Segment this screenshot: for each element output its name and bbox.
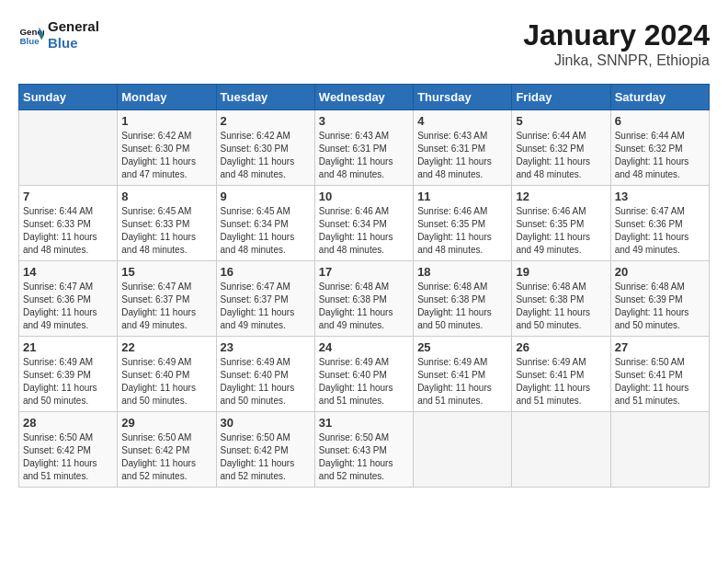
- header-cell-saturday: Saturday: [610, 85, 709, 110]
- day-number: 26: [516, 340, 606, 354]
- day-info: Sunrise: 6:44 AM Sunset: 6:32 PM Dayligh…: [615, 130, 705, 181]
- calendar-cell: 23Sunrise: 6:49 AM Sunset: 6:40 PM Dayli…: [216, 337, 314, 412]
- day-number: 12: [516, 190, 606, 203]
- day-number: 16: [221, 265, 311, 279]
- calendar-cell: 21Sunrise: 6:49 AM Sunset: 6:39 PM Dayli…: [19, 337, 118, 412]
- calendar-subtitle: Jinka, SNNPR, Ethiopia: [523, 52, 710, 69]
- day-number: 4: [417, 114, 507, 128]
- day-info: Sunrise: 6:49 AM Sunset: 6:41 PM Dayligh…: [417, 356, 507, 408]
- day-info: Sunrise: 6:50 AM Sunset: 6:42 PM Dayligh…: [221, 431, 311, 483]
- logo-text: General Blue: [48, 18, 99, 52]
- day-number: 22: [121, 340, 211, 354]
- day-info: Sunrise: 6:47 AM Sunset: 6:37 PM Dayligh…: [121, 281, 211, 332]
- header-cell-wednesday: Wednesday: [314, 85, 413, 110]
- calendar-cell: 7Sunrise: 6:44 AM Sunset: 6:33 PM Daylig…: [19, 186, 118, 261]
- day-info: Sunrise: 6:46 AM Sunset: 6:35 PM Dayligh…: [417, 205, 507, 257]
- calendar-cell: 26Sunrise: 6:49 AM Sunset: 6:41 PM Dayli…: [512, 337, 610, 412]
- day-number: 15: [121, 265, 211, 279]
- calendar-cell: 3Sunrise: 6:43 AM Sunset: 6:31 PM Daylig…: [314, 110, 413, 186]
- day-info: Sunrise: 6:50 AM Sunset: 6:41 PM Dayligh…: [615, 356, 705, 408]
- page-header: General Blue General Blue January 2024 J…: [18, 18, 710, 69]
- day-info: Sunrise: 6:49 AM Sunset: 6:40 PM Dayligh…: [121, 356, 211, 408]
- svg-text:Blue: Blue: [19, 36, 40, 46]
- header-cell-monday: Monday: [118, 85, 216, 110]
- calendar-cell: 16Sunrise: 6:47 AM Sunset: 6:37 PM Dayli…: [216, 261, 314, 337]
- calendar-cell: 24Sunrise: 6:49 AM Sunset: 6:40 PM Dayli…: [314, 337, 413, 412]
- calendar-cell: 18Sunrise: 6:48 AM Sunset: 6:38 PM Dayli…: [414, 261, 512, 337]
- logo: General Blue General Blue: [18, 18, 99, 52]
- day-number: 27: [615, 340, 705, 354]
- day-number: 5: [516, 114, 606, 128]
- calendar-week-1: 1Sunrise: 6:42 AM Sunset: 6:30 PM Daylig…: [19, 110, 710, 186]
- calendar-cell: 29Sunrise: 6:50 AM Sunset: 6:42 PM Dayli…: [118, 412, 216, 488]
- day-number: 1: [121, 114, 211, 128]
- day-number: 14: [23, 265, 113, 279]
- calendar-table: SundayMondayTuesdayWednesdayThursdayFrid…: [18, 84, 710, 488]
- calendar-cell: 15Sunrise: 6:47 AM Sunset: 6:37 PM Dayli…: [118, 261, 216, 337]
- day-info: Sunrise: 6:48 AM Sunset: 6:38 PM Dayligh…: [319, 281, 409, 332]
- day-info: Sunrise: 6:48 AM Sunset: 6:38 PM Dayligh…: [516, 281, 606, 332]
- day-number: 11: [417, 190, 507, 203]
- day-number: 30: [221, 416, 311, 430]
- calendar-week-4: 21Sunrise: 6:49 AM Sunset: 6:39 PM Dayli…: [19, 337, 710, 412]
- calendar-cell: 4Sunrise: 6:43 AM Sunset: 6:31 PM Daylig…: [414, 110, 512, 186]
- calendar-cell: 30Sunrise: 6:50 AM Sunset: 6:42 PM Dayli…: [216, 412, 314, 488]
- calendar-cell: 9Sunrise: 6:45 AM Sunset: 6:34 PM Daylig…: [216, 186, 314, 261]
- calendar-title: January 2024: [523, 18, 710, 52]
- day-info: Sunrise: 6:49 AM Sunset: 6:39 PM Dayligh…: [23, 356, 113, 408]
- day-number: 29: [121, 416, 211, 430]
- day-number: 9: [221, 190, 311, 203]
- calendar-week-5: 28Sunrise: 6:50 AM Sunset: 6:42 PM Dayli…: [19, 412, 710, 488]
- calendar-cell: 20Sunrise: 6:48 AM Sunset: 6:39 PM Dayli…: [610, 261, 709, 337]
- day-info: Sunrise: 6:42 AM Sunset: 6:30 PM Dayligh…: [221, 130, 311, 181]
- calendar-cell: 17Sunrise: 6:48 AM Sunset: 6:38 PM Dayli…: [314, 261, 413, 337]
- logo-icon: General Blue: [18, 22, 44, 48]
- day-info: Sunrise: 6:43 AM Sunset: 6:31 PM Dayligh…: [319, 130, 409, 181]
- calendar-cell: [19, 110, 118, 186]
- day-info: Sunrise: 6:50 AM Sunset: 6:43 PM Dayligh…: [319, 431, 409, 483]
- day-number: 20: [615, 265, 705, 279]
- day-number: 2: [221, 114, 311, 128]
- header-cell-friday: Friday: [512, 85, 610, 110]
- calendar-cell: 13Sunrise: 6:47 AM Sunset: 6:36 PM Dayli…: [610, 186, 709, 261]
- day-number: 21: [23, 340, 113, 354]
- calendar-cell: 6Sunrise: 6:44 AM Sunset: 6:32 PM Daylig…: [610, 110, 709, 186]
- day-number: 31: [319, 416, 409, 430]
- day-info: Sunrise: 6:44 AM Sunset: 6:33 PM Dayligh…: [23, 205, 113, 257]
- calendar-cell: 12Sunrise: 6:46 AM Sunset: 6:35 PM Dayli…: [512, 186, 610, 261]
- day-number: 28: [23, 416, 113, 430]
- day-info: Sunrise: 6:45 AM Sunset: 6:33 PM Dayligh…: [121, 205, 211, 257]
- day-number: 18: [417, 265, 507, 279]
- day-number: 6: [615, 114, 705, 128]
- day-info: Sunrise: 6:43 AM Sunset: 6:31 PM Dayligh…: [417, 130, 507, 181]
- day-info: Sunrise: 6:47 AM Sunset: 6:36 PM Dayligh…: [615, 205, 705, 257]
- calendar-cell: 2Sunrise: 6:42 AM Sunset: 6:30 PM Daylig…: [216, 110, 314, 186]
- calendar-cell: 28Sunrise: 6:50 AM Sunset: 6:42 PM Dayli…: [19, 412, 118, 488]
- calendar-week-2: 7Sunrise: 6:44 AM Sunset: 6:33 PM Daylig…: [19, 186, 710, 261]
- svg-marker-3: [39, 35, 44, 40]
- calendar-cell: 27Sunrise: 6:50 AM Sunset: 6:41 PM Dayli…: [610, 337, 709, 412]
- day-number: 10: [319, 190, 409, 203]
- day-info: Sunrise: 6:48 AM Sunset: 6:39 PM Dayligh…: [615, 281, 705, 332]
- day-info: Sunrise: 6:49 AM Sunset: 6:41 PM Dayligh…: [516, 356, 606, 408]
- day-number: 23: [221, 340, 311, 354]
- calendar-cell: [610, 412, 709, 488]
- day-info: Sunrise: 6:46 AM Sunset: 6:34 PM Dayligh…: [319, 205, 409, 257]
- day-number: 24: [319, 340, 409, 354]
- header-cell-thursday: Thursday: [414, 85, 512, 110]
- calendar-cell: 31Sunrise: 6:50 AM Sunset: 6:43 PM Dayli…: [314, 412, 413, 488]
- calendar-cell: 5Sunrise: 6:44 AM Sunset: 6:32 PM Daylig…: [512, 110, 610, 186]
- calendar-cell: 1Sunrise: 6:42 AM Sunset: 6:30 PM Daylig…: [118, 110, 216, 186]
- day-info: Sunrise: 6:50 AM Sunset: 6:42 PM Dayligh…: [23, 431, 113, 483]
- calendar-cell: 14Sunrise: 6:47 AM Sunset: 6:36 PM Dayli…: [19, 261, 118, 337]
- calendar-body: 1Sunrise: 6:42 AM Sunset: 6:30 PM Daylig…: [19, 110, 710, 488]
- day-number: 13: [615, 190, 705, 203]
- calendar-cell: 19Sunrise: 6:48 AM Sunset: 6:38 PM Dayli…: [512, 261, 610, 337]
- calendar-cell: 8Sunrise: 6:45 AM Sunset: 6:33 PM Daylig…: [118, 186, 216, 261]
- day-number: 8: [121, 190, 211, 203]
- day-info: Sunrise: 6:44 AM Sunset: 6:32 PM Dayligh…: [516, 130, 606, 181]
- day-number: 19: [516, 265, 606, 279]
- day-info: Sunrise: 6:48 AM Sunset: 6:38 PM Dayligh…: [417, 281, 507, 332]
- day-number: 17: [319, 265, 409, 279]
- calendar-cell: [414, 412, 512, 488]
